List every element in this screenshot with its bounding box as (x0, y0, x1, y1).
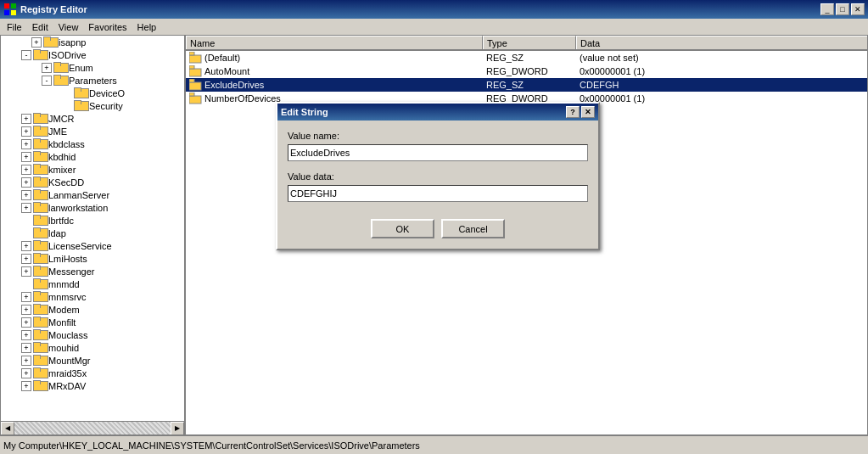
tree-item-jme[interactable]: + JME (1, 125, 184, 137)
tree-scroll[interactable]: + isapnp - ISODrive + Enum - (1, 36, 184, 421)
tree-item-parameters[interactable]: - Parameters (1, 74, 184, 87)
expand-icon[interactable]: + (21, 152, 31, 162)
tree-item-jmcr[interactable]: + JMCR (1, 112, 184, 125)
scroll-left-arrow[interactable]: ◀ (1, 422, 14, 435)
folder-icon (33, 215, 47, 226)
folder-icon (53, 62, 67, 73)
tree-item-mrxdav[interactable]: + MRxDAV (1, 379, 184, 392)
tree-item-mraid35x[interactable]: + mraid35x (1, 367, 184, 379)
menu-favorites[interactable]: Favorites (83, 20, 132, 34)
tree-item-mnmdd[interactable]: mnmdd (1, 277, 184, 290)
tree-item-mnmsrvc[interactable]: + mnmsrvc (1, 290, 184, 303)
expand-icon[interactable]: + (21, 368, 31, 378)
tree-item-messenger[interactable]: + Messenger (1, 265, 184, 277)
tree-item-ksecdd[interactable]: + KSecDD (1, 176, 184, 188)
col-header-data[interactable]: Data (576, 36, 867, 49)
tree-item-lanmanserver[interactable]: + LanmanServer (1, 188, 184, 201)
folder-icon (33, 227, 47, 238)
svg-rect-6 (189, 69, 201, 76)
expand-icon[interactable]: + (42, 63, 52, 73)
menu-help[interactable]: Help (132, 20, 162, 34)
ok-button[interactable]: OK (371, 219, 434, 238)
expand-icon[interactable]: + (21, 356, 31, 366)
menu-edit[interactable]: Edit (27, 20, 53, 34)
col-header-type[interactable]: Type (483, 36, 576, 49)
expand-icon[interactable]: + (21, 165, 31, 175)
status-bar: My Computer\HKEY_LOCAL_MACHINE\SYSTEM\Cu… (0, 435, 868, 454)
tree-item-ldap[interactable]: ldap (1, 227, 184, 239)
tree-item-isapnp[interactable]: + isapnp (1, 36, 184, 48)
tree-item-monfilt[interactable]: + Monfilt (1, 316, 184, 328)
reg-row-excludedrives[interactable]: ExcludeDrives REG_SZ CDEFGH (186, 78, 867, 92)
close-button[interactable]: ✕ (851, 3, 865, 15)
svg-rect-1 (11, 3, 16, 8)
reg-row-automount[interactable]: AutoMount REG_DWORD 0x00000001 (1) (186, 64, 867, 78)
menu-file[interactable]: File (2, 20, 27, 34)
tree-item-mountmgr[interactable]: + MountMgr (1, 354, 184, 367)
tree-item-deviceo[interactable]: DeviceO (1, 87, 184, 99)
tree-item-lanworkstation[interactable]: + lanworkstation (1, 201, 184, 214)
tree-item-isodrive[interactable]: - ISODrive (1, 48, 184, 61)
folder-icon (33, 113, 47, 124)
minimize-button[interactable]: _ (820, 3, 834, 15)
menu-view[interactable]: View (53, 20, 84, 34)
menu-bar: File Edit View Favorites Help (0, 19, 868, 36)
reg-data-automount: 0x00000001 (1) (576, 66, 648, 76)
folder-icon (33, 126, 47, 137)
app-icon (3, 3, 17, 16)
expand-icon[interactable]: + (31, 37, 42, 48)
tree-item-kmixer[interactable]: + kmixer (1, 163, 184, 176)
reg-type-default: REG_SZ (483, 53, 576, 63)
expand-icon[interactable]: + (21, 266, 31, 277)
folder-icon (74, 100, 87, 111)
dialog-close-button[interactable]: ✕ (581, 106, 595, 118)
dialog-help-button[interactable]: ? (566, 106, 580, 118)
folder-icon (33, 342, 47, 353)
reg-row-default[interactable]: (Default) REG_SZ (value not set) (186, 51, 867, 64)
tree-panel: + isapnp - ISODrive + Enum - (1, 36, 186, 434)
tree-item-lmihosts[interactable]: + LmiHosts (1, 252, 184, 265)
folder-icon (33, 278, 47, 289)
folder-icon (33, 304, 47, 315)
folder-icon (33, 367, 47, 378)
value-name-input[interactable] (288, 144, 588, 161)
expand-icon[interactable]: + (21, 254, 31, 264)
expand-icon[interactable]: - (42, 76, 52, 86)
scroll-track[interactable] (14, 422, 171, 435)
tree-h-scrollbar[interactable]: ◀ ▶ (1, 421, 184, 434)
tree-item-enum[interactable]: + Enum (1, 61, 184, 74)
tree-item-modem[interactable]: + Modem (1, 303, 184, 316)
maximize-button[interactable]: □ (836, 3, 849, 15)
svg-rect-10 (189, 96, 201, 104)
expand-icon[interactable]: - (21, 50, 31, 60)
expand-icon[interactable]: + (21, 203, 31, 213)
tree-item-mouhid[interactable]: + mouhid (1, 341, 184, 354)
value-data-input[interactable] (288, 185, 588, 202)
window-controls: _ □ ✕ (820, 3, 865, 15)
expand-icon[interactable]: + (21, 330, 31, 340)
expand-icon[interactable]: + (21, 126, 31, 137)
tree-item-mouclass[interactable]: + Mouclass (1, 328, 184, 341)
expand-icon[interactable]: + (21, 241, 31, 251)
tree-item-kbdhid[interactable]: + kbdhid (1, 150, 184, 163)
tree-item-licenseservice[interactable]: + LicenseService (1, 239, 184, 252)
tree-item-kbdclass[interactable]: + kbdclass (1, 137, 184, 150)
dialog-title-bar: Edit String ? ✕ (277, 104, 598, 121)
cancel-button[interactable]: Cancel (441, 219, 505, 238)
expand-icon[interactable]: + (21, 292, 31, 302)
reg-data-default: (value not set) (576, 53, 642, 63)
expand-icon[interactable]: + (21, 114, 31, 124)
col-header-name[interactable]: Name (186, 36, 483, 49)
expand-icon[interactable]: + (21, 305, 31, 315)
expand-icon[interactable]: + (21, 343, 31, 353)
expand-icon[interactable]: + (21, 190, 31, 200)
expand-icon[interactable]: + (21, 381, 31, 391)
expand-icon[interactable]: + (21, 177, 31, 188)
status-path: My Computer\HKEY_LOCAL_MACHINE\SYSTEM\Cu… (3, 440, 420, 451)
edit-string-dialog[interactable]: Edit String ? ✕ Value name: Value data: … (276, 102, 600, 250)
tree-item-lbrtfdc[interactable]: lbrtfdc (1, 214, 184, 227)
scroll-right-arrow[interactable]: ▶ (171, 422, 184, 435)
tree-item-security[interactable]: Security (1, 99, 184, 112)
expand-icon[interactable]: + (21, 317, 31, 328)
expand-icon[interactable]: + (21, 139, 31, 149)
